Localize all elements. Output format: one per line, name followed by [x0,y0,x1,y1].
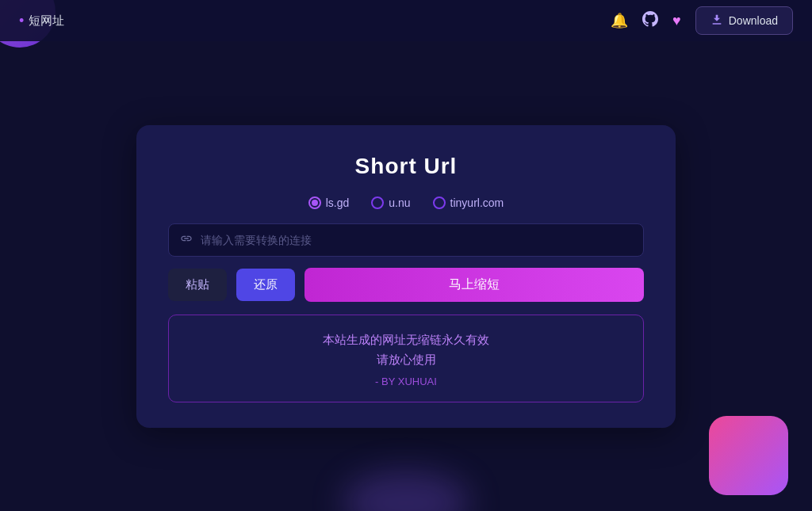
link-icon [180,232,193,248]
download-icon [710,13,723,29]
nav-logo: • 短网址 [19,13,64,29]
url-input[interactable] [201,234,632,246]
radio-circle-unu [371,196,384,209]
radio-label-unu: u.nu [389,196,410,209]
main-content: Short Url ls.gd u.nu tinyurl.com [0,41,812,511]
nav-right: 🔔 ♥ Download [611,6,793,35]
radio-circle-lsgd [308,196,321,209]
download-button[interactable]: Download [695,6,793,35]
github-icon[interactable] [642,11,658,31]
action-buttons-row: 粘贴 还原 马上缩短 [168,268,644,302]
radio-label-lsgd: ls.gd [326,196,350,209]
radio-unu[interactable]: u.nu [371,196,410,209]
info-author: - BY XUHUAI [185,376,627,387]
radio-tinyurl[interactable]: tinyurl.com [433,196,504,209]
url-shortener-card: Short Url ls.gd u.nu tinyurl.com [136,125,676,428]
url-input-wrapper [168,223,644,257]
info-line1: 本站生成的网址无缩链永久有效 [185,333,627,348]
navbar: • 短网址 🔔 ♥ Download [0,0,812,41]
radio-label-tinyurl: tinyurl.com [450,196,504,209]
info-box: 本站生成的网址无缩链永久有效 请放心使用 - BY XUHUAI [168,315,644,402]
shorten-button[interactable]: 马上缩短 [304,268,644,302]
card-title: Short Url [168,154,644,179]
restore-button[interactable]: 还原 [236,269,295,301]
radio-lsgd[interactable]: ls.gd [308,196,350,209]
logo-text: 短网址 [29,13,64,29]
download-label: Download [729,14,778,27]
heart-icon[interactable]: ♥ [672,13,681,29]
domain-radio-group: ls.gd u.nu tinyurl.com [168,196,644,209]
info-line2: 请放心使用 [185,353,627,368]
paste-button[interactable]: 粘贴 [168,269,227,301]
logo-dot: • [19,13,24,29]
bell-icon[interactable]: 🔔 [611,12,628,29]
radio-circle-tinyurl [433,196,446,209]
